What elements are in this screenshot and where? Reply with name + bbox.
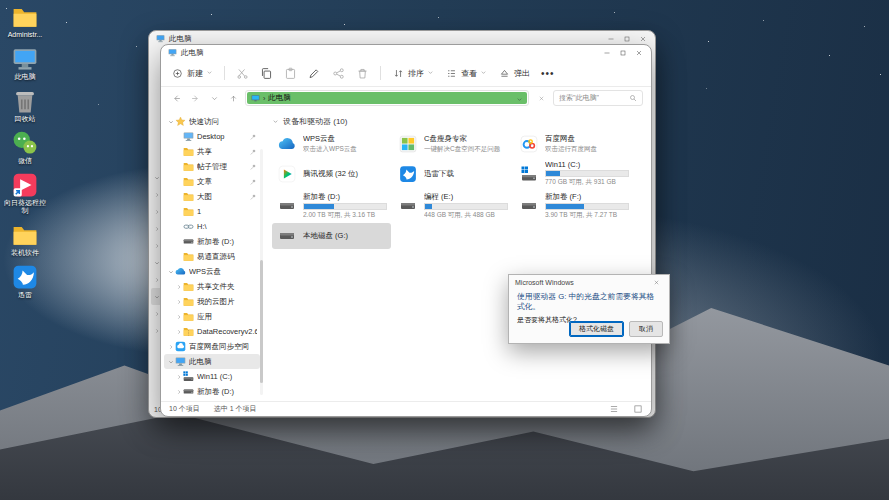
selected-count: 选中 1 个项目 <box>214 404 257 414</box>
section-collapse-icon[interactable] <box>272 118 279 125</box>
drive-tile-wps-[interactable]: WPS云盘双击进入WPS云盘 <box>272 131 391 157</box>
dialog-titlebar[interactable]: Microsoft Windows <box>509 275 669 289</box>
minimize-button[interactable] <box>599 46 615 59</box>
chevron-right-icon[interactable] <box>174 314 183 320</box>
chevron-down-icon[interactable] <box>516 90 523 106</box>
desktop-icon[interactable]: Administr... <box>2 4 48 39</box>
wps-cloud-icon <box>175 266 186 277</box>
content-pane: 设备和驱动器 (10) WPS云盘双击进入WPS云盘 C盘瘦身专家一键解决C盘空… <box>263 109 651 401</box>
sidebar-item-1[interactable]: 1 <box>164 204 260 219</box>
section-title[interactable]: 设备和驱动器 (10) <box>283 116 347 127</box>
maximize-button[interactable] <box>615 46 631 59</box>
clear-address-icon[interactable] <box>534 91 548 105</box>
drive-tile--32-[interactable]: 腾讯视频 (32 位) <box>272 158 391 189</box>
sidebar-item--d-[interactable]: 新加卷 (D:) <box>164 234 260 249</box>
sidebar-item--[interactable]: 文章 <box>164 174 260 189</box>
sidebar-item--[interactable]: 共享文件夹 <box>164 279 260 294</box>
drive-tile--[interactable]: 迅雷下载 <box>393 158 512 189</box>
drive-tile--d-[interactable]: 新加卷 (D:)2.00 TB 可用, 共 3.16 TB <box>272 190 391 222</box>
chevron-right-icon[interactable] <box>174 329 183 335</box>
sidebar-item--[interactable]: 帖子管理 <box>164 159 260 174</box>
chevron-down-icon[interactable] <box>166 269 175 275</box>
chevron-right-icon[interactable] <box>174 389 183 395</box>
sidebar-item--[interactable]: 易通直源码 <box>164 249 260 264</box>
more-options-button[interactable]: ••• <box>541 68 555 79</box>
desktop-icon[interactable]: 回收站 <box>2 88 48 123</box>
desktop-icon-label: 微信 <box>18 157 32 165</box>
chevron-right-icon[interactable] <box>174 284 183 290</box>
breadcrumb[interactable]: 此电脑 <box>268 93 513 103</box>
chevron-down-icon[interactable] <box>166 119 175 125</box>
drive-tile--[interactable]: 百度网盘双击运行百度网盘 <box>514 131 633 157</box>
up-icon[interactable] <box>226 91 240 105</box>
folder-icon <box>183 251 194 262</box>
eject-button[interactable]: 弹出 <box>498 67 530 80</box>
chevron-down-icon[interactable] <box>166 359 175 365</box>
new-button[interactable]: 新建 <box>171 67 213 80</box>
address-selection[interactable]: › 此电脑 <box>247 92 527 104</box>
details-view-icon[interactable] <box>609 404 619 414</box>
this-pc-icon <box>156 34 165 43</box>
sidebar-item--[interactable]: 此电脑 <box>164 354 260 369</box>
drive-tile-win11-c-[interactable]: Win11 (C:)770 GB 可用, 共 931 GB <box>514 158 633 189</box>
desktop-icon[interactable]: 装机软件 <box>2 222 48 257</box>
forward-icon[interactable] <box>188 91 202 105</box>
desktop-icon[interactable]: 微信 <box>2 130 48 165</box>
nav-scrollbar[interactable] <box>260 149 263 395</box>
rename-icon[interactable] <box>308 67 321 80</box>
drive-tile--g-[interactable]: 本地磁盘 (G:) <box>272 223 391 249</box>
sidebar-item--[interactable]: 快速访问 <box>164 114 260 129</box>
wechat-icon <box>12 130 38 156</box>
sidebar-item-desktop[interactable]: Desktop <box>164 129 260 144</box>
sidebar-item-win11-c-[interactable]: Win11 (C:) <box>164 369 260 384</box>
sidebar-item-wps-[interactable]: WPS云盘 <box>164 264 260 279</box>
desktop-icon[interactable]: 此电脑 <box>2 46 48 81</box>
tile-name: WPS云盘 <box>303 134 387 144</box>
thunder-icon <box>397 164 419 184</box>
sidebar-item-label: 帖子管理 <box>197 162 249 172</box>
drive-tile-c-[interactable]: C盘瘦身专家一键解决C盘空间不足问题 <box>393 131 512 157</box>
share-icon[interactable] <box>332 67 345 80</box>
command-bar: 新建 排序 查看 弹出 ••• <box>161 60 651 87</box>
chevron-right-icon[interactable] <box>174 374 183 380</box>
large-icons-view-icon[interactable] <box>633 404 643 414</box>
desktop-icon[interactable]: 向日葵远程控制 <box>2 172 48 215</box>
drive-tile--e-[interactable]: 编程 (E:)448 GB 可用, 共 488 GB <box>393 190 512 222</box>
pin-icon <box>249 178 257 186</box>
address-input[interactable]: › 此电脑 <box>245 90 529 106</box>
nav-scrollbar-thumb[interactable] <box>260 260 263 383</box>
folder-icon <box>183 146 194 157</box>
search-icon <box>629 94 637 102</box>
drive-icon <box>397 196 419 216</box>
close-icon[interactable] <box>631 46 647 59</box>
sidebar-item-h-[interactable]: H:\ <box>164 219 260 234</box>
back-icon[interactable] <box>169 91 183 105</box>
sort-button[interactable]: 排序 <box>392 67 434 80</box>
recent-locations-icon[interactable] <box>207 91 221 105</box>
view-button[interactable]: 查看 <box>445 67 487 80</box>
paste-icon[interactable] <box>284 67 297 80</box>
sidebar-item--[interactable]: 百度网盘同步空间 <box>164 339 260 354</box>
sidebar-item--[interactable]: 大图 <box>164 189 260 204</box>
cut-icon[interactable] <box>236 67 249 80</box>
chevron-right-icon[interactable] <box>166 344 175 350</box>
search-input[interactable]: 搜索"此电脑" <box>553 90 643 106</box>
baidu-sync-icon <box>175 341 186 352</box>
close-icon[interactable] <box>649 276 663 288</box>
drive-tile--f-[interactable]: 新加卷 (F:)3.90 TB 可用, 共 7.27 TB <box>514 190 633 222</box>
sidebar-item-datarecoveryv2-6-zip[interactable]: DataRecoveryv2.6.zip <box>164 324 260 339</box>
chevron-right-icon[interactable] <box>174 299 183 305</box>
tile-name: 本地磁盘 (G:) <box>303 231 387 241</box>
sidebar-item--[interactable]: 共享 <box>164 144 260 159</box>
sidebar-item--[interactable]: 应用 <box>164 309 260 324</box>
titlebar[interactable]: 此电脑 <box>161 45 651 60</box>
desktop-icon[interactable]: 迅雷 <box>2 264 48 299</box>
sidebar-item--[interactable]: 我的云图片 <box>164 294 260 309</box>
delete-icon[interactable] <box>356 67 369 80</box>
drive-win-icon <box>183 371 194 382</box>
format-disk-button[interactable]: 格式化磁盘 <box>569 321 624 337</box>
copy-icon[interactable] <box>260 67 273 80</box>
pin-icon <box>249 193 257 201</box>
cancel-button[interactable]: 取消 <box>629 321 663 337</box>
sidebar-item--d-[interactable]: 新加卷 (D:) <box>164 384 260 399</box>
